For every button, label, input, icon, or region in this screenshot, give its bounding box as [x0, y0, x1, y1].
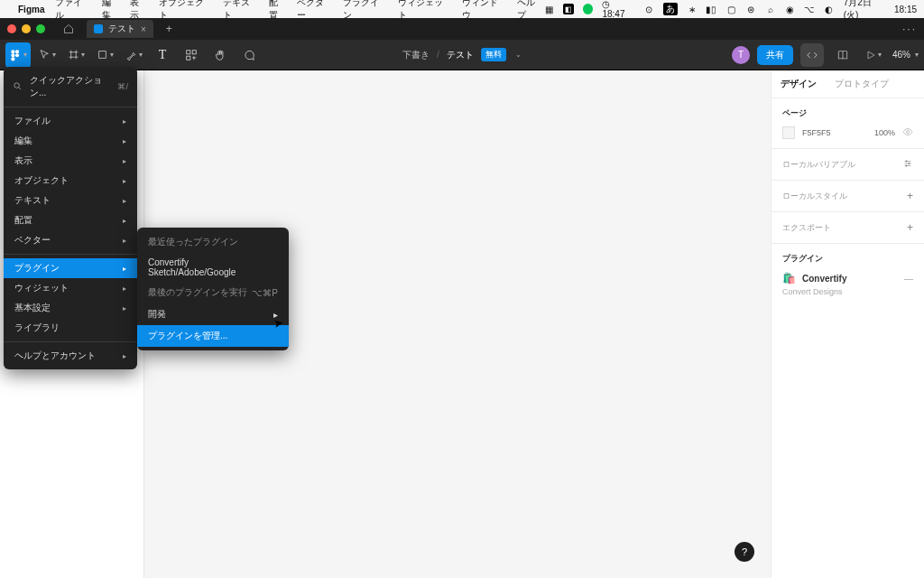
quick-action-row[interactable]: クイックアクション... ⌘/	[4, 70, 137, 103]
menu-edit[interactable]: 編集▸	[4, 131, 137, 151]
comment-icon	[243, 49, 255, 61]
menu-help[interactable]: ヘルプとアカウント▸	[4, 346, 137, 366]
svg-rect-0	[11, 50, 14, 53]
submenu-manage-plugins[interactable]: プラグインを管理...	[137, 325, 289, 347]
visibility-toggle[interactable]	[902, 126, 913, 139]
svg-point-4	[15, 53, 19, 57]
mac-menu-item[interactable]: ヘルプ	[517, 0, 543, 22]
frame-tool[interactable]: ▾	[63, 42, 88, 68]
mac-menu-item[interactable]: ウィジェット	[398, 0, 451, 22]
toolbar: ▾ ▾ ▾ ▾ ▾ T 下書き / テスト 無料 ⌄ T 共有 ▾ 46%▾	[0, 40, 924, 70]
tab-prototype[interactable]: プロトタイプ	[826, 70, 898, 98]
timer-icon[interactable]: ◷ 18:47	[602, 0, 634, 19]
svg-rect-8	[187, 56, 190, 60]
bg-swatch[interactable]	[782, 126, 795, 139]
input-lang[interactable]: あ	[663, 3, 678, 15]
mac-menu-item[interactable]: ファイル	[55, 0, 90, 22]
app-icon[interactable]: ◧	[563, 4, 574, 14]
hand-tool[interactable]	[208, 42, 233, 68]
add-style-button[interactable]: +	[907, 190, 913, 202]
devmode-button[interactable]	[800, 43, 824, 67]
plugin-row[interactable]: 🛍️ Convertify —	[782, 272, 913, 284]
minimize-window-button[interactable]	[22, 24, 31, 33]
menu-arrange[interactable]: 配置▸	[4, 210, 137, 230]
settings-icon[interactable]	[902, 158, 913, 171]
comment-tool[interactable]	[236, 42, 262, 68]
spotlight-icon[interactable]: ⌕	[765, 4, 776, 14]
mac-menu-item[interactable]: 配置	[269, 0, 287, 22]
new-tab-button[interactable]: +	[161, 23, 178, 35]
close-window-button[interactable]	[7, 24, 16, 33]
resources-tool[interactable]	[179, 42, 204, 68]
control-center-icon[interactable]: ⌥	[804, 4, 815, 14]
file-tab[interactable]: テスト ×	[87, 20, 153, 38]
mac-menu-item[interactable]: テキスト	[223, 0, 258, 22]
home-button[interactable]	[58, 20, 79, 38]
move-tool[interactable]: ▾	[34, 42, 60, 68]
export-section[interactable]: エクスポート +	[772, 212, 924, 244]
bg-hex[interactable]: F5F5F5	[802, 128, 831, 137]
zoom-window-button[interactable]	[36, 24, 45, 33]
mac-menubar-right: ▦ ◧ ◷ 18:47 ⊙ あ ∗ ▮▯ ▢ ⊜ ⌕ ◉ ⌥ ◐ 7月2日(火)…	[544, 0, 917, 22]
mac-menu-item[interactable]: ベクター	[297, 0, 332, 22]
mac-menu-item[interactable]: プラグイン	[343, 0, 387, 22]
bluetooth-icon[interactable]: ∗	[687, 4, 698, 14]
menu-file[interactable]: ファイル▸	[4, 111, 137, 131]
mac-clock[interactable]: 18:15	[894, 5, 917, 14]
text-tool[interactable]: T	[150, 42, 175, 68]
battery-icon[interactable]: ▮▯	[706, 4, 716, 14]
play-icon[interactable]: ⊙	[643, 4, 654, 14]
svg-point-9	[907, 131, 910, 134]
mac-date[interactable]: 7月2日(火)	[844, 0, 885, 22]
toolbar-right: T 共有 ▾ 46%▾	[732, 43, 919, 67]
hand-icon	[214, 49, 226, 61]
menu-view[interactable]: 表示▸	[4, 151, 137, 171]
text-icon: T	[159, 48, 167, 62]
menu-library[interactable]: ライブラリ	[4, 318, 137, 338]
local-styles-section[interactable]: ローカルスタイル +	[772, 181, 924, 212]
mac-menubar: Figma ファイル 編集 表示 オブジェクト テキスト 配置 ベクター プラグ…	[0, 0, 924, 18]
mac-menu-item[interactable]: オブジェクト	[159, 0, 212, 22]
wifi-icon[interactable]: ⊜	[745, 4, 756, 14]
screen-mirror-icon[interactable]: ▢	[725, 4, 736, 14]
users-icon[interactable]: ◉	[784, 4, 795, 14]
menu-basic-settings[interactable]: 基本設定▸	[4, 298, 137, 318]
window-more-button[interactable]: ···	[902, 23, 917, 35]
submenu-dev[interactable]: 開発▸	[137, 303, 289, 325]
mac-menu-item[interactable]: 編集	[102, 0, 120, 22]
user-avatar[interactable]: T	[732, 46, 750, 64]
disk-icon[interactable]: ▦	[544, 4, 555, 14]
mac-menu-item[interactable]: 表示	[130, 0, 148, 22]
pen-tool[interactable]: ▾	[121, 42, 146, 68]
share-button[interactable]: 共有	[757, 45, 793, 65]
present-button[interactable]: ▾	[862, 43, 885, 67]
zoom-control[interactable]: 46%▾	[892, 50, 919, 60]
main-menu-button[interactable]: ▾	[5, 42, 31, 68]
add-export-button[interactable]: +	[907, 221, 913, 234]
file-name[interactable]: テスト	[447, 49, 474, 61]
menu-vector[interactable]: ベクター▸	[4, 230, 137, 250]
help-fab[interactable]: ?	[735, 542, 754, 562]
shape-tool[interactable]: ▾	[92, 42, 117, 68]
menu-plugins[interactable]: プラグイン▸	[4, 258, 137, 278]
plan-badge[interactable]: 無料	[481, 48, 506, 61]
library-button[interactable]	[831, 43, 855, 67]
remove-plugin-button[interactable]: —	[904, 274, 913, 284]
tab-close-button[interactable]: ×	[141, 24, 146, 34]
line-icon[interactable]	[583, 4, 594, 14]
submenu-convertify[interactable]: Convertify Sketch/Adobe/Google	[137, 253, 289, 282]
tab-design[interactable]: デザイン	[772, 70, 826, 98]
bg-opacity[interactable]: 100%	[874, 128, 895, 137]
frame-icon	[68, 49, 79, 61]
cursor-icon	[39, 49, 51, 61]
chevron-down-icon[interactable]: ⌄	[515, 51, 522, 59]
mac-menu-item[interactable]: ウィンドウ	[462, 0, 506, 22]
mouse-cursor-icon: ➤	[273, 315, 284, 331]
menu-object[interactable]: オブジェクト▸	[4, 171, 137, 191]
mac-app-name[interactable]: Figma	[18, 5, 44, 14]
local-variables-section[interactable]: ローカルバリアブル	[772, 149, 924, 181]
file-status[interactable]: 下書き	[402, 49, 430, 61]
menu-widgets[interactable]: ウィジェット▸	[4, 278, 137, 298]
menu-text[interactable]: テキスト▸	[4, 191, 137, 210]
siri-icon[interactable]: ◐	[824, 4, 835, 14]
